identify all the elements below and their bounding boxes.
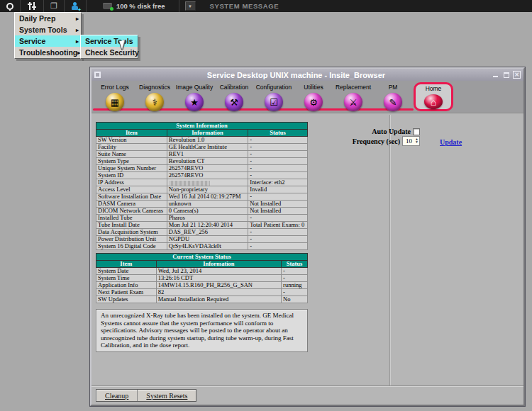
auto-update-checkbox[interactable] xyxy=(413,128,420,135)
menu-item-troubleshooting[interactable]: Troubleshooting▸ xyxy=(15,47,81,58)
close-icon: ✕ xyxy=(514,72,519,78)
close-button[interactable]: ✕ xyxy=(513,71,521,79)
lamp-tool-button[interactable] xyxy=(0,0,21,12)
table-row: Software Installation DateWed 16 Jul 201… xyxy=(96,193,308,201)
lamp-icon xyxy=(6,3,13,10)
frame-divider-horizontal xyxy=(92,385,523,387)
tab-utilities[interactable]: Utilities⚙ xyxy=(294,82,333,111)
message-dropdown-button[interactable]: ▼ xyxy=(185,1,196,11)
table-cell: - xyxy=(248,137,308,144)
tab-label: Replacement xyxy=(336,84,371,91)
table-cell: - xyxy=(248,236,308,243)
column-header-information: Information xyxy=(156,261,281,268)
table-cell: 262574REVO xyxy=(167,172,248,179)
column-header-information: Information xyxy=(167,130,248,137)
frequency-spinner[interactable]: 10 ▲▼ xyxy=(402,136,420,146)
table-cell: System Date xyxy=(96,268,157,275)
table-cell: DICOM Network Cameras xyxy=(96,208,167,215)
tab-diagnostics[interactable]: Diagnostics⚕ xyxy=(135,82,174,111)
utilities-icon: ⚙ xyxy=(304,93,323,111)
calibration-icon: ⚒ xyxy=(225,93,243,111)
disk-icon xyxy=(103,3,112,9)
submenu-arrow-icon: ▸ xyxy=(76,27,79,33)
table-row: System ID262574REVO- xyxy=(96,172,308,179)
table-cell: Unique System Number xyxy=(96,165,167,172)
table-row: Power Distribution UnitNGPDU- xyxy=(96,236,308,243)
table-cell: IP Address xyxy=(96,179,167,186)
table-cell: Next Patient Exam xyxy=(96,289,157,296)
table-cell: Manual Installation Required xyxy=(156,296,281,303)
clipboard-icon: ❐ xyxy=(50,2,57,10)
tube-warning-message: An unrecognized X-Ray tube has been inst… xyxy=(96,309,308,352)
table-cell: Revolution 1.0 xyxy=(167,137,248,144)
cleanup-button[interactable]: Cleanup xyxy=(96,390,138,401)
tables-panel: System InformationItemInformationStatusS… xyxy=(96,122,308,306)
table-cell: QrSy4LKsVDA3ck0t xyxy=(167,243,248,250)
clipboard-tool-button[interactable]: ❐ xyxy=(44,0,65,12)
table-cell: Access Level xyxy=(96,186,167,193)
table-cell: running xyxy=(282,282,308,289)
table-cell: Power Distribution Unit xyxy=(96,236,167,243)
table-cell: DAS_REV_256 xyxy=(167,229,248,236)
submenu-item-check-security[interactable]: Check Security xyxy=(81,47,138,58)
tab-label: Calibration xyxy=(220,84,249,91)
table-cell: Facility xyxy=(96,144,167,151)
system-information-table: System InformationItemInformationStatusS… xyxy=(96,122,308,250)
current-system-status-table: Current System StatusItemInformationStat… xyxy=(96,253,308,303)
table-cell: SW Updates xyxy=(96,296,157,303)
table-row: FacilityGE HealthCare Institute- xyxy=(96,144,308,151)
redacted-value xyxy=(169,181,210,186)
table-cell: Invalid xyxy=(248,186,308,193)
maximize-icon xyxy=(504,72,509,78)
top-menubar: ❐ ✦ 100 % disk free ▼ SYSTEM MESSAGE xyxy=(0,0,532,12)
message-dropdown-cell: ▼ xyxy=(179,0,201,12)
minimize-button[interactable] xyxy=(492,71,499,79)
update-link[interactable]: Update xyxy=(440,138,462,146)
menu-item-service[interactable]: Service▸ xyxy=(15,35,81,47)
filter-sliders-icon xyxy=(27,2,37,10)
tab-label: Error Logs xyxy=(101,84,129,91)
table-row: System TypeRevolution CT- xyxy=(96,158,308,165)
menu-item-label: Service xyxy=(19,37,45,45)
table-row: Data Acquisition SystemDAS_REV_256- xyxy=(96,229,308,236)
tab-replacement[interactable]: Replacement⚔ xyxy=(333,82,373,111)
window-titlebar[interactable]: Service Desktop UNIX machine - Insite_Br… xyxy=(92,69,523,81)
tab-label: Image Quality xyxy=(176,84,213,91)
tab-label: Home xyxy=(426,85,442,92)
menu-item-daily-prep[interactable]: Daily Prep▸ xyxy=(15,13,81,24)
spinner-arrows-icon[interactable]: ▲▼ xyxy=(415,138,419,144)
table-row: Tube Install DateMon Jul 21 12:20:40 201… xyxy=(96,222,308,229)
table-cell: REV1 xyxy=(167,151,248,158)
tab-error-logs[interactable]: Error Logs▦ xyxy=(95,82,135,111)
table-cell: GE HealthCare Institute xyxy=(167,144,248,151)
user-tool-button[interactable]: ✦ xyxy=(65,0,87,12)
tab-label: Utilities xyxy=(304,84,323,91)
table-cell: Suite Name xyxy=(96,151,167,158)
menu-item-label: System Tools xyxy=(19,26,67,34)
table-cell: No xyxy=(282,296,308,303)
tab-home[interactable]: Home⌂ xyxy=(414,82,453,111)
window-system-icon[interactable] xyxy=(94,72,101,78)
table-cell: NGPDU xyxy=(167,236,248,243)
tab-pm[interactable]: PM✎ xyxy=(373,82,413,111)
filter-tool-button[interactable] xyxy=(21,0,44,12)
table-row: System Time13:26:16 CDT- xyxy=(96,275,308,282)
table-cell: - xyxy=(248,158,308,165)
menu-item-system-tools[interactable]: System Tools▸ xyxy=(15,24,81,35)
maximize-button[interactable] xyxy=(502,71,510,79)
error-logs-icon: ▦ xyxy=(106,93,124,111)
tab-configuration[interactable]: Configuration☑ xyxy=(254,82,294,111)
table-cell: - xyxy=(282,268,308,275)
table-cell: - xyxy=(248,144,308,151)
table-cell: Data Acquisition System xyxy=(96,229,167,236)
tab-image-quality[interactable]: Image Quality★ xyxy=(174,82,214,111)
tab-calibration[interactable]: Calibration⚒ xyxy=(214,82,254,111)
column-header-status: Status xyxy=(282,261,308,268)
configuration-icon: ☑ xyxy=(265,93,283,111)
table-cell: SW Version xyxy=(96,137,167,144)
menu-item-label: Troubleshooting xyxy=(19,48,77,57)
window-title: Service Desktop UNIX machine - Insite_Br… xyxy=(101,71,492,79)
submenu-item-service-tools[interactable]: Service Tools xyxy=(81,35,138,47)
system-resets-button[interactable]: System Resets xyxy=(138,390,196,401)
table-cell: Wed 16 Jul 2014 02:19:27PM xyxy=(167,193,248,201)
